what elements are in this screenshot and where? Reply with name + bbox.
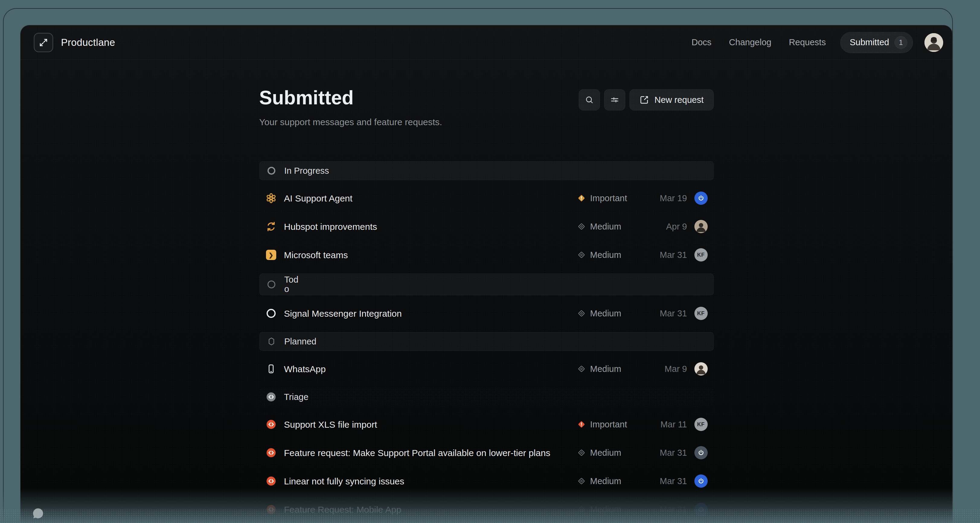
nav-item-requests[interactable]: Requests [789, 37, 826, 48]
assignee-avatar-power [694, 446, 708, 460]
section-header-tod-o[interactable]: Tod o [259, 274, 714, 295]
request-meta: MediumMar 9 [577, 362, 708, 376]
section-header-planned[interactable]: Planned [259, 332, 714, 351]
request-title: Signal Messenger Integration [284, 309, 402, 318]
nav-item-changelog[interactable]: Changelog [729, 37, 772, 48]
assignee-avatar-power [694, 503, 708, 516]
request-row[interactable]: Feature request: Make Support Portal ava… [259, 443, 714, 462]
submitted-label: Submitted [850, 37, 889, 48]
request-row[interactable]: Signal Messenger IntegrationMediumMar 31… [259, 304, 714, 323]
request-title: Microsoft teams [284, 250, 348, 260]
section-status-icon [266, 391, 277, 403]
assignee-avatar-photo [694, 362, 708, 376]
productlane-logo[interactable] [34, 33, 53, 52]
assignee-avatar-initials: KF [694, 248, 708, 262]
triage-icon [266, 418, 277, 430]
request-title: Support XLS file import [284, 420, 377, 429]
priority-important-icon [577, 193, 586, 203]
assignee-avatar-photo [694, 220, 708, 233]
priority-medium-icon [577, 250, 586, 259]
search-icon [584, 95, 594, 105]
priority-important-icon [577, 420, 586, 429]
section-status-icon [266, 279, 277, 290]
request-title: Feature Request: Mobile App [284, 505, 401, 514]
app-window: Productlane DocsChangelogRequests Submit… [20, 25, 953, 523]
search-button[interactable] [579, 89, 600, 110]
request-meta: MediumMar 31KF [577, 307, 708, 320]
request-date: Mar 11 [642, 420, 687, 429]
assignee-avatar-power [694, 474, 708, 488]
request-meta: ImportantMar 11KF [577, 418, 708, 431]
section-status-icon [266, 165, 277, 176]
priority-medium-icon [577, 365, 586, 373]
priority: Medium [577, 505, 642, 515]
request-row[interactable]: Support XLS file importImportantMar 11KF [259, 415, 714, 434]
request-title: AI Support Agent [284, 193, 353, 203]
priority-label: Important [590, 420, 627, 429]
priority-label: Medium [590, 505, 621, 515]
request-title: Feature request: Make Support Portal ava… [284, 448, 550, 458]
request-title: Hubspot improvements [284, 222, 377, 231]
priority: Medium [577, 448, 642, 458]
priority-label: Medium [590, 448, 621, 458]
section-label: Planned [285, 337, 317, 346]
priority-medium-icon [577, 505, 586, 514]
request-row[interactable]: ❯Microsoft teamsMediumMar 31KF [259, 245, 714, 265]
page-title: Submitted [259, 87, 442, 109]
request-row[interactable]: WhatsAppMediumMar 9 [259, 359, 714, 379]
request-meta: ImportantMar 19 [577, 192, 708, 205]
request-date: Mar 31 [642, 250, 687, 260]
priority-label: Medium [590, 309, 621, 319]
chat-bubble-icon [32, 507, 45, 520]
request-meta: MediumApr 9 [577, 220, 708, 233]
nav-item-submitted[interactable]: Submitted 1 [840, 32, 913, 53]
priority-label: Medium [590, 476, 621, 486]
filter-sliders-icon [610, 95, 619, 105]
new-request-button[interactable]: New request [630, 89, 714, 110]
new-request-label: New request [655, 95, 704, 105]
section-header-in-progress[interactable]: In Progress [259, 162, 714, 180]
section-header-triage[interactable]: Triage [259, 388, 714, 406]
request-title: WhatsApp [284, 365, 326, 374]
compose-icon [640, 95, 649, 105]
request-row[interactable]: Linear not fully syncing issuesMediumMar… [259, 471, 714, 491]
ring-white-icon [266, 307, 277, 319]
priority: Medium [577, 364, 642, 374]
page-subtitle: Your support messages and feature reques… [259, 117, 442, 127]
filter-button[interactable] [604, 89, 625, 110]
request-date: Mar 19 [642, 193, 687, 203]
request-row[interactable]: AI Support AgentImportantMar 19 [259, 189, 714, 208]
request-row[interactable]: Feature Request: Mobile AppMediumMar 31 [259, 500, 714, 519]
nav-item-docs[interactable]: Docs [692, 37, 711, 48]
requests-list: In ProgressAI Support AgentImportantMar … [259, 162, 714, 519]
triage-icon [266, 447, 277, 458]
priority-medium-icon [577, 448, 586, 457]
request-meta: MediumMar 31 [577, 503, 708, 516]
priority-medium-icon [577, 309, 586, 318]
request-meta: MediumMar 31KF [577, 248, 708, 262]
section-label: In Progress [285, 166, 329, 176]
request-date: Mar 9 [642, 364, 687, 374]
priority: Important [577, 420, 642, 429]
request-title: Linear not fully syncing issues [284, 477, 404, 486]
triage-icon [266, 475, 277, 487]
openai-icon [266, 192, 277, 204]
priority-label: Important [590, 193, 627, 203]
priority-medium-icon [577, 222, 586, 231]
diagonal-arrows-icon [38, 37, 49, 48]
request-meta: MediumMar 31 [577, 474, 708, 488]
request-row[interactable]: Hubspot improvementsMediumApr 9 [259, 217, 714, 236]
priority: Medium [577, 476, 642, 486]
priority-label: Medium [590, 222, 621, 231]
nav-links: DocsChangelogRequests [692, 37, 826, 48]
priority: Medium [577, 309, 642, 319]
assignee-avatar-initials: KF [694, 307, 708, 320]
chat-widget-button[interactable] [32, 507, 45, 520]
page-actions: New request [579, 89, 714, 110]
triage-icon [266, 504, 277, 515]
priority: Medium [577, 250, 642, 260]
page-heading-block: Submitted Your support messages and feat… [259, 87, 442, 127]
priority-label: Medium [590, 364, 621, 374]
request-date: Mar 31 [642, 448, 687, 458]
user-avatar[interactable] [924, 33, 943, 52]
